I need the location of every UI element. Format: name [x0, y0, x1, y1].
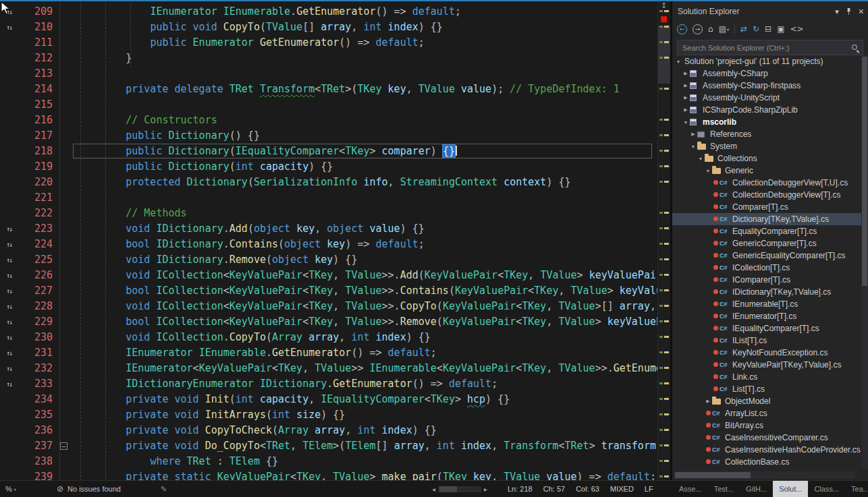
code-line-237[interactable]: 237– private void Do_CopyTo<TRet, TElem>… — [0, 438, 658, 454]
tool-tab-1[interactable]: Test... — [708, 481, 740, 497]
line-number[interactable]: 236 — [18, 423, 53, 438]
tool-tab-0[interactable]: Asse... — [673, 481, 708, 497]
line-number[interactable]: 225 — [18, 252, 53, 268]
tree-horizontal-scrollbar[interactable] — [674, 471, 855, 479]
tree-scrollbar-thumb[interactable] — [862, 57, 867, 286]
preview-code-icon[interactable]: <> — [790, 24, 804, 34]
line-number[interactable]: 232 — [18, 361, 53, 376]
code-line-216[interactable]: 216 // Constructors — [0, 113, 658, 128]
line-number[interactable]: 237 — [18, 438, 53, 454]
implements-indicator-icon[interactable]: ↑↓ — [0, 241, 18, 248]
search-box[interactable] — [677, 40, 863, 55]
tree-item[interactable]: C#ArrayList.cs — [672, 407, 861, 419]
tree-item[interactable]: ▼Collections — [672, 152, 861, 165]
code-line-235[interactable]: 235 private void InitArrays(int size) {} — [0, 407, 658, 423]
code-line-226[interactable]: ↑↓226 void ICollection<KeyValuePair<TKey… — [0, 268, 658, 283]
search-input[interactable] — [681, 43, 850, 53]
code-line-228[interactable]: ↑↓228 void ICollection<KeyValuePair<TKey… — [0, 299, 658, 314]
line-number[interactable]: 226 — [18, 268, 53, 283]
code-line-230[interactable]: ↑↓230 void ICollection.CopyTo(Array arra… — [0, 330, 658, 345]
line-number[interactable]: 216 — [18, 113, 53, 128]
code-line-219[interactable]: 219 public Dictionary(int capacity) {} — [0, 159, 658, 175]
line-number[interactable]: 231 — [18, 345, 53, 361]
tree-item[interactable]: C#CaseInsensitiveComparer.cs — [672, 432, 861, 444]
tree-item[interactable]: C#KeyValuePair[TKey,TValue].cs — [672, 359, 861, 371]
implements-indicator-icon[interactable]: ↑↓ — [0, 318, 18, 326]
zoom-control[interactable]: %▾ — [5, 481, 16, 497]
encoding-indicator[interactable]: MIXED — [610, 485, 634, 493]
tool-tab-2[interactable]: GitH... — [740, 481, 773, 497]
back-icon[interactable]: ← — [677, 24, 687, 34]
code-line-217[interactable]: 217 public Dictionary() {} — [0, 128, 658, 144]
sync-with-active-document-icon[interactable]: ⇄ — [740, 24, 747, 34]
scroll-left-icon[interactable]: ◂ — [432, 486, 435, 493]
line-number[interactable]: 214 — [18, 82, 53, 97]
tree-item[interactable]: C#Dictionary[TKey,TValue].cs — [672, 213, 861, 225]
line-number[interactable]: 218 — [18, 144, 53, 159]
line-number[interactable]: 213 — [18, 66, 53, 82]
expand-arrow-icon[interactable]: ▶ — [689, 131, 697, 137]
code-line-213[interactable]: 213 — [0, 66, 658, 82]
tree-vertical-scrollbar[interactable] — [861, 55, 868, 469]
line-number[interactable]: 229 — [18, 314, 53, 330]
tree-item[interactable]: ▼System — [672, 140, 861, 152]
tree-item[interactable]: C#List[T].cs — [672, 383, 861, 395]
code-line-212[interactable]: 212 } — [0, 51, 658, 66]
tree-item[interactable]: C#GenericEqualityComparer[T].cs — [672, 250, 861, 262]
expand-arrow-icon[interactable]: ▶ — [682, 107, 690, 113]
line-number[interactable]: 233 — [18, 376, 53, 392]
collapse-arrow-icon[interactable]: ▼ — [697, 156, 705, 161]
code-line-210[interactable]: ↑↓210 public void CopyTo(TValue[] array,… — [0, 20, 658, 35]
collapse-arrow-icon[interactable]: ▼ — [689, 144, 697, 149]
column-indicator[interactable]: Col: 63 — [576, 485, 599, 493]
implements-indicator-icon[interactable]: ↑↓ — [0, 380, 18, 388]
code-line-224[interactable]: ↑↓224 bool IDictionary.Contains(object k… — [0, 237, 658, 252]
char-indicator[interactable]: Ch: 57 — [543, 485, 565, 493]
tree-item[interactable]: C#Comparer[T].cs — [672, 201, 861, 213]
code-line-232[interactable]: ↑↓232 IEnumerator<KeyValuePair<TKey, TVa… — [0, 361, 658, 376]
tree-item[interactable]: C#IList[T].cs — [672, 334, 861, 347]
tree-item[interactable]: C#IEnumerator[T].cs — [672, 310, 861, 322]
tree-item[interactable]: ▶Assembly-CSharp — [672, 67, 861, 80]
hscrollbar-thumb[interactable] — [439, 486, 457, 492]
close-icon[interactable]: × — [859, 6, 864, 17]
line-number[interactable]: 219 — [18, 159, 53, 175]
code-line-222[interactable]: 222 // Methods — [0, 206, 658, 221]
code-line-214[interactable]: 214 private delegate TRet Transform<TRet… — [0, 82, 658, 97]
tree-item[interactable]: C#IDictionary[TKey,TValue].cs — [672, 286, 861, 298]
home-icon[interactable]: ⌂ — [708, 24, 713, 34]
implements-indicator-icon[interactable]: ↑↓ — [0, 256, 18, 264]
tree-item[interactable]: C#CollectionDebuggerView[T].cs — [672, 189, 861, 201]
tree-item[interactable]: C#CaseInsensitiveHashCodeProvider.cs — [672, 444, 861, 456]
code-line-220[interactable]: 220 protected Dictionary(SerializationIn… — [0, 175, 658, 190]
tool-tab-3[interactable]: Solut... — [773, 481, 808, 497]
tree-item[interactable]: ▶ObjectModel — [672, 395, 861, 407]
implements-indicator-icon[interactable]: ↑↓ — [0, 225, 18, 233]
search-icon[interactable] — [850, 43, 859, 52]
line-number[interactable]: 222 — [18, 206, 53, 221]
implements-indicator-icon[interactable]: ↑↓ — [0, 303, 18, 310]
line-number[interactable]: 234 — [18, 392, 53, 407]
line-number[interactable]: 239 — [18, 469, 53, 480]
refresh-icon[interactable]: ↻ — [753, 24, 759, 34]
collapse-all-icon[interactable]: ⊟ — [765, 24, 771, 34]
code-editor-pane[interactable]: ↑↓209 IEnumerator IEnumerable.GetEnumera… — [0, 0, 670, 480]
forward-icon[interactable]: → — [693, 24, 703, 34]
implements-indicator-icon[interactable]: ↑↓ — [0, 272, 18, 279]
scroll-right-icon[interactable]: ▸ — [484, 486, 487, 493]
implements-indicator-icon[interactable]: ↑↓ — [0, 365, 18, 372]
tree-item[interactable]: C#IEnumerable[T].cs — [672, 298, 861, 310]
line-number[interactable]: 221 — [18, 190, 53, 206]
tree-item[interactable]: C#KeyNotFoundException.cs — [672, 347, 861, 359]
tree-item[interactable]: ▶Assembly-UnityScript — [672, 92, 861, 104]
tool-tab-4[interactable]: Class... — [808, 481, 845, 497]
line-number[interactable]: 215 — [18, 97, 53, 113]
line-number[interactable]: 212 — [18, 51, 53, 66]
split-editor-grip-icon[interactable]: ↕ — [661, 1, 667, 10]
expand-arrow-icon[interactable]: ▶ — [682, 71, 690, 76]
line-number[interactable]: 217 — [18, 128, 53, 144]
code-line-223[interactable]: ↑↓223 void IDictionary.Add(object key, o… — [0, 221, 658, 237]
issues-indicator[interactable]: ⊘No issues found — [57, 481, 121, 497]
code-line-229[interactable]: ↑↓229 bool ICollection<KeyValuePair<TKey… — [0, 314, 658, 330]
code-line-211[interactable]: 211 public Enumerator GetEnumerator() =>… — [0, 35, 658, 51]
